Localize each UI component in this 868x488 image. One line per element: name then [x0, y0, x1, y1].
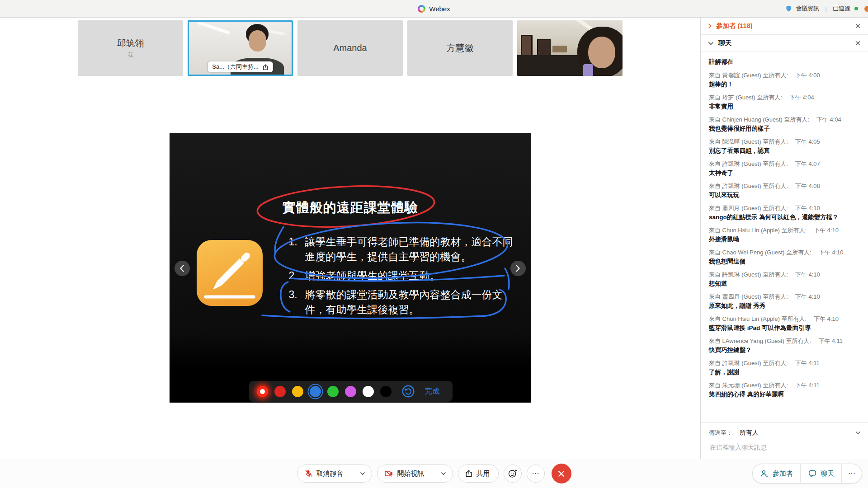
annotation-done-button[interactable]: 完成: [425, 386, 440, 396]
share-icon: [465, 469, 473, 478]
self-badge: 我: [127, 51, 133, 59]
video-tile[interactable]: 方慧徽: [407, 20, 513, 76]
slide-bullet: 1. 讓學生垂手可得老師已準備的教材，適合不同進度的學生，提供自主學習的機會。: [289, 235, 514, 264]
chat-message: 來自 玲芝 (Guest) 至所有人:下午 4:04 非常實用: [709, 93, 861, 111]
chat-panel-header[interactable]: 聊天: [701, 35, 868, 52]
chat-message: 來自 Chao Wei Peng (Guest) 至所有人:下午 4:10 我也…: [709, 248, 861, 266]
chat-messages: 來自 黃馨誼 (Guest) 至所有人:下午 4:00 超棒的！ 來自 玲芝 (…: [709, 71, 861, 399]
share-button[interactable]: 共用: [458, 465, 499, 483]
reactions-button[interactable]: [504, 465, 522, 483]
person-face: [588, 37, 615, 68]
chat-message-text: 太神奇了: [709, 169, 861, 178]
participant-name: 邱筑翎: [117, 37, 144, 49]
previous-slide-button[interactable]: [175, 261, 190, 276]
send-to-selector[interactable]: 傳送至： 所有人: [709, 427, 861, 439]
video-tile-active-speaker[interactable]: Sa...（共同主持...: [188, 20, 293, 76]
video-tile-self[interactable]: 邱筑翎 我: [78, 20, 183, 76]
participants-toggle-button[interactable]: 參加者: [753, 464, 800, 483]
chevron-down-icon[interactable]: [356, 472, 369, 475]
chat-toggle-button[interactable]: 聊天: [800, 464, 841, 483]
chevron-down-icon: [855, 431, 861, 435]
annotation-color-dot[interactable]: [380, 386, 392, 397]
chat-message-text: 藍芽滑鼠連接 iPad 可以作為畫面引導: [709, 324, 861, 333]
connection-status-label: 已連線: [833, 5, 850, 13]
close-icon[interactable]: [855, 23, 861, 29]
annotation-color-dot[interactable]: [363, 386, 374, 397]
chat-message-text: sango的紅點標示 為何可以紅色，還能變方框？: [709, 213, 861, 222]
chat-message-text: 外接滑鼠呦: [709, 235, 861, 244]
chat-message-text: 了解，謝謝: [709, 368, 861, 377]
chat-message: 來自 蕭四月 (Guest) 至所有人:下午 4:10 原來如此，謝謝 秀秀: [709, 292, 861, 310]
chat-message-meta: 來自 Chun Hsiu Lin (Apple) 至所有人:下午 4:10: [709, 314, 861, 324]
leave-meeting-button[interactable]: [552, 464, 571, 483]
share-label: 共用: [476, 469, 490, 478]
chat-message-meta: 來自 許凱琳 (Guest) 至所有人:下午 4:10: [709, 270, 861, 279]
chat-composer: 傳送至： 所有人: [701, 422, 868, 459]
app-title-group: Webex: [0, 5, 868, 13]
participant-name: Amanda: [333, 43, 367, 53]
chat-message-text: 超棒的！: [709, 80, 861, 89]
panel-overflow-button[interactable]: ···: [841, 464, 862, 483]
shield-icon: [785, 5, 792, 12]
chevron-right-icon: [708, 23, 712, 29]
slide-bullet: 2. 增強老師與學生的課堂互動。: [289, 268, 514, 283]
chat-bubble-icon: [808, 469, 817, 478]
chat-message-text: 非常實用: [709, 102, 861, 111]
chat-message-meta: 來自 朱元珊 (Guest) 至所有人:下午 4:11: [709, 381, 861, 390]
participant-name: Sa...（共同主持...: [212, 63, 259, 71]
sharing-icon: [263, 64, 269, 70]
meeting-info-button[interactable]: 會議資訊: [796, 5, 820, 13]
chevron-down-icon: [708, 42, 714, 45]
chat-message: 來自 LAwrence Yang (Guest) 至所有人:下午 4:11 快買…: [709, 337, 861, 355]
chevron-down-icon[interactable]: [437, 472, 450, 475]
chat-message-meta: 來自 玲芝 (Guest) 至所有人:下午 4:04: [709, 93, 861, 102]
furniture: [517, 55, 586, 76]
chat-message-text: 我也想問這個: [709, 257, 861, 266]
more-options-button[interactable]: ···: [527, 465, 545, 483]
slide-title: 實體般的遠距課堂體驗: [170, 199, 531, 217]
undo-icon[interactable]: [401, 385, 415, 398]
purple-object: [583, 64, 593, 76]
meeting-status-group: 會議資訊 | 已連線: [785, 5, 858, 13]
chat-message-list[interactable]: 註解都在 來自 黃馨誼 (Guest) 至所有人:下午 4:00 超棒的！: [701, 52, 868, 422]
video-tile[interactable]: Amanda: [297, 20, 403, 76]
chat-header-label: 聊天: [718, 39, 731, 47]
chat-message: 來自 陳泓曄 (Guest) 至所有人:下午 4:05 別忘了看第四組，認真: [709, 137, 861, 155]
chat-message-meta: 來自 蕭四月 (Guest) 至所有人:下午 4:10: [709, 204, 861, 213]
annotation-color-dot[interactable]: [257, 386, 268, 397]
annotation-color-dot[interactable]: [292, 386, 303, 397]
panel-overflow-label: ···: [848, 469, 855, 478]
annotation-color-dot[interactable]: [345, 386, 356, 397]
unmute-button[interactable]: 取消靜音: [297, 465, 372, 483]
start-video-button[interactable]: 開始視訊: [377, 465, 453, 483]
chat-message: 來自 許凱琳 (Guest) 至所有人:下午 4:07 太神奇了: [709, 160, 861, 178]
chat-message: 來自 黃馨誼 (Guest) 至所有人:下午 4:00 超棒的！: [709, 71, 861, 89]
slide-bullet: 3. 將零散的課堂活動及教學內容整合成一份文件，有助學生課後複習。: [289, 287, 514, 317]
chat-message: 來自 許凱琳 (Guest) 至所有人:下午 4:11 了解，謝謝: [709, 359, 861, 377]
participants-panel-header[interactable]: 參加者 (118): [701, 18, 868, 35]
annotation-color-dot[interactable]: [274, 386, 286, 397]
chat-message-input[interactable]: [709, 439, 861, 452]
shelf-box: [552, 46, 567, 52]
person-face: [249, 30, 266, 52]
participants-toggle-label: 參加者: [773, 469, 793, 478]
chat-message-text: 第四組的心得 真的好華麗啊: [709, 390, 861, 399]
pages-app-icon: [197, 240, 263, 306]
next-slide-button[interactable]: [510, 261, 526, 276]
video-feed: [517, 20, 623, 76]
annotation-color-dot[interactable]: [327, 386, 339, 397]
chat-message: 來自 Chun Hsiu Lin (Apple) 至所有人:下午 4:10 藍芽…: [709, 314, 861, 333]
chat-message: 來自 Chinjen Huang (Guest) 至所有人:下午 4:04 我也…: [709, 115, 861, 133]
meeting-stage: 邱筑翎 我 Sa...（共同主持...: [0, 18, 700, 459]
annotation-color-dot[interactable]: [310, 386, 321, 397]
chat-message: 來自 許凱琳 (Guest) 至所有人:下午 4:08 可以來玩玩: [709, 182, 861, 200]
chat-message-text: 原來如此，謝謝 秀秀: [709, 301, 861, 310]
close-icon[interactable]: [855, 40, 861, 46]
meeting-control-bar: 取消靜音 開始視訊 共用: [0, 459, 868, 488]
smiley-reactions-icon: [508, 469, 518, 479]
chat-message-meta: 來自 LAwrence Yang (Guest) 至所有人:下午 4:11: [709, 337, 861, 346]
chat-message: 來自 許凱琳 (Guest) 至所有人:下午 4:10 想知道: [709, 270, 861, 288]
app-title: Webex: [429, 5, 450, 13]
video-tile[interactable]: [517, 20, 623, 76]
chat-message: 來自 朱元珊 (Guest) 至所有人:下午 4:11 第四組的心得 真的好華麗…: [709, 381, 861, 399]
